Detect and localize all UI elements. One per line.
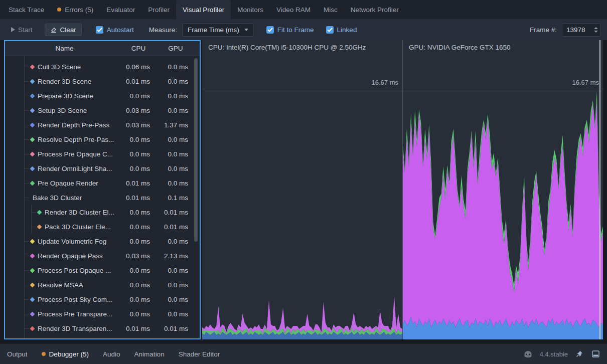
tree-scrollbar[interactable] xyxy=(194,58,198,242)
row-name: Resolve MSAA xyxy=(38,281,83,289)
tab-video-ram[interactable]: Video RAM xyxy=(270,0,317,19)
row-name-cell: Render 3D Scene xyxy=(5,78,124,85)
tab-evaluator[interactable]: Evaluator xyxy=(100,0,141,19)
clear-button[interactable]: Clear xyxy=(45,24,82,36)
row-name-cell: Resolve Depth Pre-Pas... xyxy=(5,136,124,143)
tree-row[interactable]: Process Pre Opaque C...0.0 ms0.0 ms xyxy=(5,147,200,161)
eraser-icon xyxy=(50,26,57,33)
frame-spin-up-icon[interactable] xyxy=(594,27,598,29)
column-header-name[interactable]: Name xyxy=(5,45,124,52)
tab-label: Visual Profiler xyxy=(183,6,224,14)
start-button[interactable]: Start xyxy=(6,24,38,36)
tab-errors-5[interactable]: Errors (5) xyxy=(51,0,100,19)
tree-body: Cull 3D Scene0.06 ms0.0 msRender 3D Scen… xyxy=(5,56,200,338)
start-button-label: Start xyxy=(18,26,33,34)
profiler-main-area: Name CPU GPU Cull 3D Scene0.06 ms0.0 msR… xyxy=(0,40,607,344)
category-color-icon xyxy=(30,181,35,186)
bottom-panel-tabs: OutputDebugger (5)AudioAnimationShader E… xyxy=(7,350,234,358)
cpu-chart-svg[interactable] xyxy=(202,89,402,339)
tab-misc[interactable]: Misc xyxy=(317,0,344,19)
row-cpu-value: 0.03 ms xyxy=(124,107,153,114)
tree-row[interactable]: Render 3D Cluster El...0.0 ms0.01 ms xyxy=(5,205,200,220)
row-name-cell: Process Pre Transpare... xyxy=(5,310,124,318)
tree-row[interactable]: Setup 3D Scene0.03 ms0.0 ms xyxy=(5,103,200,118)
tab-profiler[interactable]: Profiler xyxy=(141,0,176,19)
tab-network-profiler[interactable]: Network Profiler xyxy=(344,0,405,19)
frame-cursor[interactable] xyxy=(599,40,600,339)
tree-row[interactable]: Render OmniLight Sha...0.0 ms0.0 ms xyxy=(5,161,200,176)
autostart-checkbox[interactable]: Autostart xyxy=(96,26,134,34)
row-gpu-value: 0.0 ms xyxy=(153,310,198,318)
row-cpu-value: 0.0 ms xyxy=(124,296,153,303)
tree-row[interactable]: Prepare 3D Scene0.0 ms0.0 ms xyxy=(5,89,200,103)
tree-guide-icon xyxy=(24,110,29,111)
tree-row[interactable]: Pack 3D Cluster Ele...0.0 ms0.01 ms xyxy=(5,220,200,234)
row-cpu-value: 0.0 ms xyxy=(124,209,153,216)
play-icon xyxy=(11,27,15,32)
row-gpu-value: 0.0 ms xyxy=(153,107,198,114)
bottom-tab-label: Shader Editor xyxy=(179,350,220,358)
frame-spin-down-icon[interactable] xyxy=(594,31,598,33)
table-header: Name CPU GPU xyxy=(5,41,200,56)
bottom-tab-animation[interactable]: Animation xyxy=(134,350,165,358)
godot-logo-icon xyxy=(524,349,533,358)
tree-row[interactable]: Bake 3D Cluster0.01 ms0.1 ms xyxy=(5,191,200,205)
category-color-icon xyxy=(37,225,42,230)
row-cpu-value: 0.03 ms xyxy=(124,252,153,260)
tab-monitors[interactable]: Monitors xyxy=(231,0,270,19)
bottom-tab-shader-editor[interactable]: Shader Editor xyxy=(179,350,220,358)
tree-row[interactable]: Resolve MSAA0.0 ms0.0 ms xyxy=(5,278,200,292)
pin-panel-button[interactable] xyxy=(575,349,584,358)
tree-row[interactable]: Pre Opaque Render0.01 ms0.0 ms xyxy=(5,176,200,191)
tree-row[interactable]: Render Opaque Pass0.03 ms2.13 ms xyxy=(5,249,200,263)
tab-visual-profiler[interactable]: Visual Profiler xyxy=(176,0,231,19)
bottom-tab-output[interactable]: Output xyxy=(7,350,28,358)
linked-checkbox[interactable]: Linked xyxy=(326,26,357,34)
gpu-chart-panel: GPU: NVIDIA GeForce GTX 1650 16.67 ms xyxy=(402,40,603,339)
column-header-gpu[interactable]: GPU xyxy=(153,45,198,52)
row-cpu-value: 0.0 ms xyxy=(124,92,153,100)
row-name-cell: Render 3D Cluster El... xyxy=(5,209,124,216)
fit-to-frame-checkbox[interactable]: Fit to Frame xyxy=(266,26,314,34)
bottom-tab-debugger-5[interactable]: Debugger (5) xyxy=(42,350,89,358)
tree-row[interactable]: Render 3D Scene0.01 ms0.0 ms xyxy=(5,74,200,89)
tree-row[interactable]: Resolve0.01 ms0.44 ms xyxy=(5,336,200,338)
row-gpu-value: 0.0 ms xyxy=(153,296,198,303)
tab-label: Network Profiler xyxy=(351,6,399,14)
category-color-icon xyxy=(30,94,35,99)
row-name: Render 3D Cluster El... xyxy=(45,209,114,216)
row-name: Resolve Depth Pre-Pas... xyxy=(38,136,114,143)
row-cpu-value: 0.03 ms xyxy=(124,121,153,129)
tree-guide-icon xyxy=(24,299,29,300)
row-gpu-value: 0.01 ms xyxy=(153,223,198,231)
tree-row[interactable]: Resolve Depth Pre-Pas...0.0 ms0.0 ms xyxy=(5,132,200,147)
tree-row[interactable]: Process Post Opaque ...0.0 ms0.0 ms xyxy=(5,263,200,278)
row-cpu-value: 0.06 ms xyxy=(124,63,153,71)
profiler-toolbar: Start Clear Autostart Measure: Frame Tim… xyxy=(0,19,607,40)
column-header-cpu[interactable]: CPU xyxy=(124,45,153,52)
frame-number-input[interactable] xyxy=(562,26,589,34)
profiler-tree-panel: Name CPU GPU Cull 3D Scene0.06 ms0.0 msR… xyxy=(4,40,201,339)
tree-row[interactable]: Process Post Sky Com...0.0 ms0.0 ms xyxy=(5,292,200,307)
tree-row[interactable]: Cull 3D Scene0.06 ms0.0 ms xyxy=(5,60,200,74)
error-dot-icon xyxy=(42,352,46,356)
tree-row[interactable]: Render 3D Transparen...0.01 ms0.01 ms xyxy=(5,321,200,336)
tree-row[interactable] xyxy=(5,56,200,60)
tree-row[interactable]: Render Depth Pre-Pass0.03 ms1.37 ms xyxy=(5,118,200,132)
measure-dropdown[interactable]: Frame Time (ms) xyxy=(182,23,253,37)
bottom-tab-label: Debugger (5) xyxy=(49,350,89,358)
row-cpu-value: 0.0 ms xyxy=(124,150,153,158)
row-name-cell: Prepare 3D Scene xyxy=(5,92,124,100)
tree-row[interactable]: Process Pre Transpare...0.0 ms0.0 ms xyxy=(5,307,200,321)
row-cpu-value: 0.0 ms xyxy=(124,223,153,231)
tab-stack-trace[interactable]: Stack Trace xyxy=(2,0,51,19)
category-color-icon xyxy=(30,152,35,157)
expand-bottom-panel-button[interactable] xyxy=(591,349,600,358)
tree-guide-icon xyxy=(24,96,29,96)
tree-row[interactable]: Update Volumetric Fog0.0 ms0.0 ms xyxy=(5,234,200,249)
category-color-icon xyxy=(30,65,35,70)
checkbox-checked-icon xyxy=(326,26,334,34)
gpu-chart-svg[interactable] xyxy=(403,89,603,339)
bottom-tab-audio[interactable]: Audio xyxy=(103,350,120,358)
row-gpu-value: 1.37 ms xyxy=(153,121,198,129)
